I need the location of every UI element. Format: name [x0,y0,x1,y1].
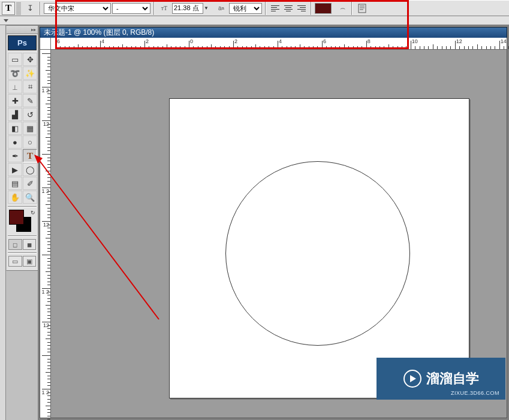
toolbox-sep [8,206,37,207]
toolbox-header[interactable]: ▸▸ [7,26,38,34]
collapse-arrow-icon: ▸▸ [31,27,36,32]
mask-mode-row: ◻ ◼ [7,238,38,251]
ruler-origin[interactable] [40,38,51,50]
circle-path[interactable] [225,161,410,346]
toolbox-sep [8,252,37,253]
play-icon [403,370,421,388]
slice-tool[interactable]: ⌗ [23,80,37,93]
canvas[interactable] [169,98,469,398]
screen-mode-row: ▭ ▣ [7,255,38,268]
history-brush-tool[interactable]: ↺ [23,108,37,121]
notes-tool[interactable]: ▤ [8,177,22,190]
crop-tool[interactable]: ⟂ [8,80,22,93]
blur-tool[interactable]: ● [8,135,22,149]
text-orientation-button[interactable]: ↧ [23,2,37,15]
foreground-color-swatch[interactable] [9,210,24,225]
tool-preset-button[interactable]: T [2,2,15,15]
move-tool[interactable]: ✥ [23,53,37,66]
annotation-arrow [34,155,166,328]
screen-mode-standard[interactable]: ▭ [8,256,22,267]
pen-tool[interactable]: ✒ [8,149,22,162]
path-selection-tool[interactable]: ▶ [8,163,22,176]
hand-tool[interactable]: ✋ [8,191,22,204]
separator [40,2,41,15]
watermark-badge: 溜溜自学 ZIXUE.3D66.COM [377,358,505,400]
dodge-tool[interactable]: ○ [23,135,37,149]
lasso-tool[interactable]: ➰ [8,67,22,80]
toolbox: ▸▸ Ps ▭ ✥ ➰ ✨ ⟂ ⌗ ✚ ✎ ▟ ↺ ◧ ▦ ● ○ ✒ T ▶ … [6,25,38,271]
annotation-highlight-box [55,0,409,49]
color-swatches: ↻ [9,210,35,234]
brush-tool[interactable]: ✎ [23,94,37,107]
gradient-tool[interactable]: ▦ [23,122,37,135]
photoshop-logo: Ps [8,35,37,50]
toolbox-sep [8,235,37,237]
marquee-tool[interactable]: ▭ [8,53,22,66]
tool-grid: ▭ ✥ ➰ ✨ ⟂ ⌗ ✚ ✎ ▟ ↺ ◧ ▦ ● ○ ✒ T ▶ ◯ ▤ ✐ … [7,52,38,205]
watermark-url: ZIXUE.3D66.COM [451,390,499,396]
expand-triangle-icon[interactable] [4,19,8,22]
svg-line-4 [37,158,159,319]
left-tab-well [0,25,6,420]
eraser-tool[interactable]: ◧ [8,122,22,135]
watermark-brand: 溜溜自学 [426,370,479,388]
standard-mode-button[interactable]: ◻ [8,239,22,250]
healing-brush-tool[interactable]: ✚ [8,94,22,107]
options-grip[interactable] [16,2,21,15]
clone-stamp-tool[interactable]: ▟ [8,108,22,121]
magic-wand-tool[interactable]: ✨ [23,67,37,80]
